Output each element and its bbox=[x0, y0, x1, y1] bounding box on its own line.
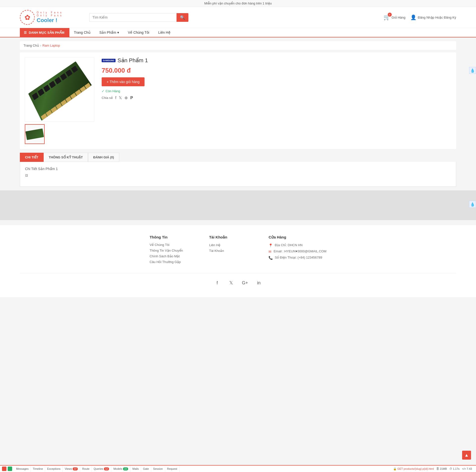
email-text: Email : HYEUN♥3000@GMAIL.COM bbox=[273, 249, 326, 253]
user-icon: 👤 bbox=[410, 14, 416, 20]
share-label: Chia sẻ bbox=[102, 96, 113, 100]
nav-links: Trang Chủ Sản Phẩm ▾ Về Chúng Tôi Liên H… bbox=[69, 28, 175, 37]
logo-area[interactable]: ✿ O n l y F a n s O n l y F a n s Cooler… bbox=[20, 10, 62, 25]
brand-logo: SAMSUNG bbox=[102, 59, 116, 62]
footer-email: ✉ Email : HYEUN♥3000@GMAIL.COM bbox=[268, 249, 326, 254]
thumbnail-row bbox=[25, 124, 94, 144]
breadcrumb-home-link[interactable]: Trang Chủ bbox=[24, 44, 39, 47]
product-detail-image-placeholder: 🖼 bbox=[25, 174, 28, 177]
footer-col-store: Cửa Hàng 📍 Địa Chỉ: DHCN HN ✉ Email : HY… bbox=[268, 235, 326, 266]
footer-link-account[interactable]: Tài Khoản bbox=[209, 249, 254, 253]
search-area: 🔍 bbox=[89, 13, 188, 22]
tab-reviews[interactable]: ĐÁNH GIÁ (0) bbox=[88, 153, 119, 162]
logo-tagline: O n l y F a n s O n l y F a n s bbox=[37, 11, 62, 17]
footer-store-title: Cửa Hàng bbox=[268, 235, 326, 239]
cart-label: Giỏ Hàng bbox=[392, 16, 406, 19]
email-icon: ✉ bbox=[268, 250, 271, 254]
footer-col-account: Tài Khoản Liên Hệ Tài Khoản bbox=[209, 235, 254, 266]
footer-col-info: Thông Tin Về Chúng Tôi Thông Tin Vận Chu… bbox=[149, 235, 194, 266]
float-button-top[interactable]: 💧 bbox=[469, 67, 476, 74]
reddit-share-icon[interactable]: ⊕ bbox=[124, 95, 128, 100]
tab-detail[interactable]: CHI TIẾT bbox=[20, 153, 44, 162]
tab-specs[interactable]: THÔNG SỐ KỸ THUẬT bbox=[44, 153, 88, 162]
breadcrumb-separator: › bbox=[40, 44, 41, 47]
header: ✿ O n l y F a n s O n l y F a n s Cooler… bbox=[0, 7, 476, 28]
chevron-down-icon: ▾ bbox=[117, 30, 119, 34]
add-to-cart-button[interactable]: + Thêm vào giỏ hàng bbox=[102, 77, 145, 86]
auth-label: Đăng Nhập Hoặc Đăng Ký bbox=[418, 16, 456, 19]
product-images bbox=[25, 57, 94, 144]
tab-detail-text: Chi Tiết Sản Phẩm 1 bbox=[25, 167, 451, 171]
nav-link-contact[interactable]: Liên Hệ bbox=[154, 28, 175, 37]
googleplus-icon[interactable]: G+ bbox=[240, 278, 249, 287]
auth-area[interactable]: 👤 Đăng Nhập Hoặc Đăng Ký bbox=[410, 14, 456, 20]
thumbnail-1[interactable] bbox=[25, 124, 45, 144]
product-price: 750.000 đ bbox=[102, 67, 451, 74]
search-button[interactable]: 🔍 bbox=[177, 13, 188, 22]
tab-content: Chi Tiết Sản Phẩm 1 🖼 bbox=[20, 162, 456, 187]
stock-text: Còn Hàng bbox=[106, 89, 120, 93]
nav-link-home[interactable]: Trang Chủ bbox=[69, 28, 95, 37]
pinterest-share-icon[interactable]: 𝗣 bbox=[130, 95, 133, 100]
breadcrumb-current: Ram Laptop bbox=[42, 44, 60, 47]
footer-social: f 𝕏 G+ in bbox=[20, 273, 456, 292]
in-stock-status: ✓ Còn Hàng bbox=[102, 89, 451, 93]
product-brand: SAMSUNG Sản Phẩm 1 bbox=[102, 57, 451, 64]
cart-badge: 0 bbox=[388, 13, 392, 17]
linkedin-icon[interactable]: in bbox=[254, 278, 263, 287]
cart-area[interactable]: 🛒 0 Giỏ Hàng bbox=[384, 14, 406, 21]
nav-link-about[interactable]: Về Chúng Tôi bbox=[123, 28, 154, 37]
footer-columns: Thông Tin Về Chúng Tôi Thông Tin Vận Chu… bbox=[20, 235, 456, 266]
search-input[interactable] bbox=[89, 13, 177, 22]
logo-fan-icon: ✿ bbox=[25, 13, 30, 22]
gray-spacer bbox=[0, 190, 476, 220]
product-name: Sản Phẩm 1 bbox=[118, 57, 148, 64]
address-text: Địa Chỉ: DHCN HN bbox=[275, 243, 302, 247]
phone-text: Số Điện Thoại: (+84) 123456789 bbox=[275, 256, 322, 259]
logo-circle: ✿ bbox=[20, 10, 35, 25]
banner-text: Miễn phí vận chuyển cho đơn hàng trên 1 … bbox=[204, 1, 272, 5]
footer-link-contact[interactable]: Liên Hệ bbox=[209, 243, 254, 247]
footer-info-title: Thông Tin bbox=[149, 235, 194, 239]
check-icon: ✓ bbox=[102, 89, 104, 93]
footer-link-faq[interactable]: Câu Hỏi Thường Gặp bbox=[149, 260, 194, 264]
share-row: Chia sẻ f 𝕏 ⊕ 𝗣 bbox=[102, 95, 451, 100]
location-icon: 📍 bbox=[268, 243, 273, 247]
hamburger-icon: ☰ bbox=[24, 31, 27, 34]
footer-link-shipping[interactable]: Thông Tin Vận Chuyển bbox=[149, 249, 194, 252]
footer-address: 📍 Địa Chỉ: DHCN HN bbox=[268, 243, 326, 247]
cart-icon: 🛒 0 bbox=[384, 14, 390, 21]
nav-category-label: DANH MỤC SẢN PHẨM bbox=[29, 31, 64, 34]
twitter-share-icon[interactable]: 𝕏 bbox=[119, 95, 122, 100]
header-right: 🛒 0 Giỏ Hàng 👤 Đăng Nhập Hoặc Đăng Ký bbox=[384, 14, 456, 21]
ram-visual bbox=[28, 66, 93, 114]
nav-home-label: Trang Chủ bbox=[74, 30, 90, 34]
facebook-share-icon[interactable]: f bbox=[115, 96, 116, 100]
nav-link-products[interactable]: Sản Phẩm ▾ bbox=[95, 28, 123, 37]
float-button-mid[interactable]: 💧 bbox=[469, 201, 476, 208]
footer-link-about[interactable]: Về Chúng Tôi bbox=[149, 243, 194, 247]
phone-icon: 📞 bbox=[268, 256, 273, 260]
nav-category-button[interactable]: ☰ DANH MỤC SẢN PHẨM bbox=[20, 28, 69, 37]
product-main-image bbox=[25, 57, 94, 122]
twitter-icon[interactable]: 𝕏 bbox=[227, 278, 236, 287]
footer-phone: 📞 Số Điện Thoại: (+84) 123456789 bbox=[268, 256, 326, 260]
facebook-icon[interactable]: f bbox=[213, 278, 222, 287]
tabs-area: CHI TIẾT THÔNG SỐ KỸ THUẬT ĐÁNH GIÁ (0) … bbox=[20, 153, 456, 187]
top-banner: Miễn phí vận chuyển cho đơn hàng trên 1 … bbox=[0, 0, 476, 7]
nav-contact-label: Liên Hệ bbox=[158, 30, 170, 34]
product-top: SAMSUNG Sản Phẩm 1 750.000 đ + Thêm vào … bbox=[25, 57, 451, 144]
tabs-header: CHI TIẾT THÔNG SỐ KỸ THUẬT ĐÁNH GIÁ (0) bbox=[20, 153, 456, 162]
footer-account-title: Tài Khoản bbox=[209, 235, 254, 239]
footer: Thông Tin Về Chúng Tôi Thông Tin Vận Chu… bbox=[0, 225, 476, 297]
nav-products-label: Sản Phẩm bbox=[99, 30, 116, 34]
product-info: SAMSUNG Sản Phẩm 1 750.000 đ + Thêm vào … bbox=[102, 57, 451, 144]
nav-bar: ☰ DANH MỤC SẢN PHẨM Trang Chủ Sản Phẩm ▾… bbox=[0, 28, 476, 37]
footer-link-privacy[interactable]: Chính Sách Bảo Mật bbox=[149, 254, 194, 258]
nav-about-label: Về Chúng Tôi bbox=[128, 30, 149, 34]
product-container: SAMSUNG Sản Phẩm 1 750.000 đ + Thêm vào … bbox=[20, 52, 456, 149]
logo-main-text: Cooler ! bbox=[37, 17, 62, 24]
breadcrumb: Trang Chủ › Ram Laptop bbox=[20, 41, 456, 50]
